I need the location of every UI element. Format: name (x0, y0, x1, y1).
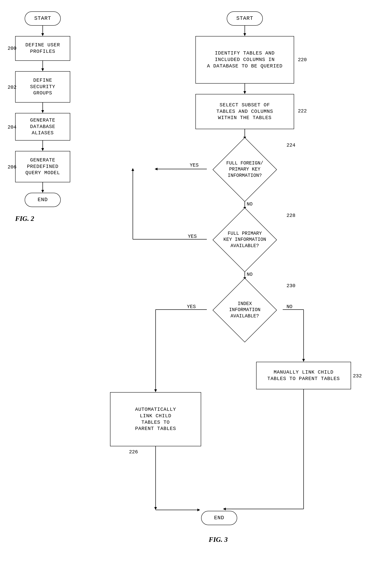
fig3-node-232: MANUALLY LINK CHILD TABLES TO PARENT TAB… (256, 362, 351, 389)
svg-marker-29 (302, 359, 305, 362)
fig3-ref-220: 220 (298, 57, 307, 63)
fig2-ref-204: 204 (7, 124, 16, 130)
svg-marker-3 (41, 68, 44, 71)
fig3-ref-232: 232 (353, 373, 362, 379)
fig3-ref-230: 230 (287, 283, 295, 289)
fig3-no-230: NO (287, 304, 293, 309)
svg-marker-13 (243, 91, 246, 94)
fig2-end: END (25, 193, 61, 207)
svg-marker-17 (155, 168, 158, 170)
svg-marker-1 (41, 33, 44, 36)
fig3-diamond-230: INDEX INFORMATION AVAILABLE? (207, 280, 283, 340)
svg-marker-33 (154, 507, 157, 510)
fig2-node-206: GENERATE PREDEFINED QUERY MODEL (15, 151, 70, 182)
fig3-node-220: IDENTIFY TABLES AND INCLUDED COLUMNS IN … (196, 36, 294, 84)
svg-marker-38 (197, 509, 200, 511)
svg-marker-31 (154, 389, 157, 392)
fig2-ref-202: 202 (7, 85, 16, 90)
svg-marker-11 (243, 33, 246, 36)
diagram-container: START DEFINE USER PROFILES 200 DEFINE SE… (0, 0, 392, 580)
svg-marker-5 (41, 110, 44, 113)
fig3-ref-222: 222 (298, 108, 307, 114)
fig2-title: FIG. 2 (15, 215, 34, 223)
fig3-no-224: NO (247, 201, 253, 207)
fig3-yes-230: YES (187, 304, 196, 309)
fig2-node-200: DEFINE USER PROFILES (15, 36, 70, 61)
fig3-end: END (201, 511, 237, 525)
svg-marker-22 (131, 168, 134, 171)
fig3-node-226: AUTOMATICALLY LINK CHILD TABLES TO PAREN… (110, 392, 201, 446)
svg-marker-7 (41, 148, 44, 151)
fig2-ref-206: 206 (7, 164, 16, 170)
fig2-node-202: DEFINE SECURITY GROUPS (15, 71, 70, 103)
svg-marker-9 (41, 190, 44, 193)
fig3-ref-224: 224 (287, 143, 295, 148)
fig3-diamond-224: FULL FOREIGN/ PRIMARY KEY INFORMATION? (207, 140, 283, 199)
fig3-yes-228: YES (188, 234, 197, 239)
fig2-ref-200: 200 (7, 46, 16, 51)
fig3-title: FIG. 3 (209, 536, 228, 544)
fig2-start: START (25, 11, 61, 26)
fig2-node-204: GENERATE DATABASE ALIASES (15, 113, 70, 141)
svg-marker-36 (223, 508, 226, 510)
fig3-node-222: SELECT SUBSET OF TABLES AND COLUMNS WITH… (196, 94, 294, 129)
fig3-start: START (227, 11, 263, 26)
fig3-diamond-228: FULL PRIMARY KEY INFORMATION AVAILABLE? (207, 210, 283, 270)
fig3-no-228: NO (247, 272, 253, 277)
fig3-ref-226: 226 (129, 449, 138, 455)
fig3-ref-228: 228 (287, 213, 295, 218)
fig3-yes-224: YES (190, 162, 199, 168)
